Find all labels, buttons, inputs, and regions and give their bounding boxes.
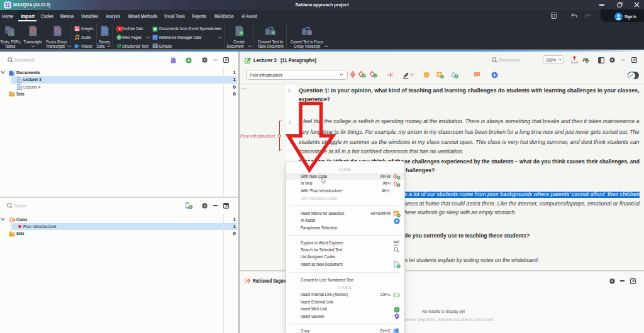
svg-text:a: a bbox=[586, 57, 588, 62]
svg-text:ABC: ABC bbox=[394, 240, 400, 243]
